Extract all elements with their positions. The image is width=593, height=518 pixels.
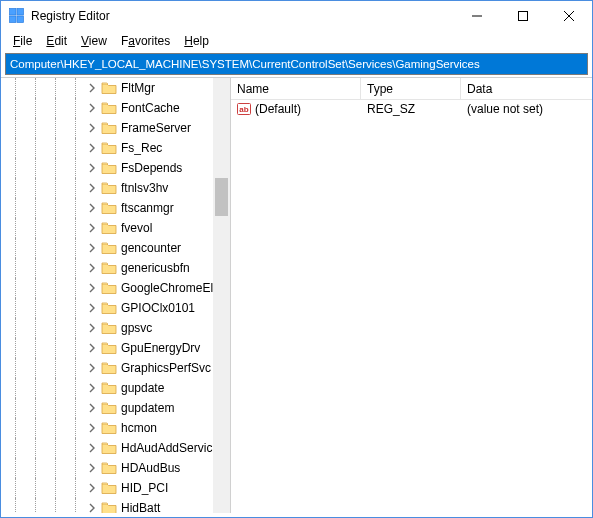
address-text: Computer\HKEY_LOCAL_MACHINE\SYSTEM\Curre… (10, 58, 480, 70)
chevron-right-icon[interactable] (85, 81, 99, 95)
folder-icon (101, 261, 117, 275)
value-data: (value not set) (461, 102, 592, 116)
folder-icon (101, 461, 117, 475)
tree-item[interactable]: Fs_Rec (1, 138, 213, 158)
chevron-right-icon[interactable] (85, 161, 99, 175)
tree-item-label: genericusbfn (121, 261, 190, 275)
tree-item[interactable]: gupdate (1, 378, 213, 398)
tree-item[interactable]: FrameServer (1, 118, 213, 138)
folder-icon (101, 481, 117, 495)
window-frame: Registry Editor FileEditViewFavoritesHel… (0, 0, 593, 518)
tree-item[interactable]: HdAudAddService (1, 438, 213, 458)
folder-icon (101, 241, 117, 255)
menu-help[interactable]: Help (178, 33, 215, 49)
folder-icon (101, 121, 117, 135)
chevron-right-icon[interactable] (85, 501, 99, 513)
svg-rect-0 (10, 9, 17, 16)
address-bar[interactable]: Computer\HKEY_LOCAL_MACHINE\SYSTEM\Curre… (5, 53, 588, 75)
tree-item[interactable]: fvevol (1, 218, 213, 238)
tree-item[interactable]: FltMgr (1, 78, 213, 98)
chevron-right-icon[interactable] (85, 281, 99, 295)
tree-item[interactable]: GpuEnergyDrv (1, 338, 213, 358)
value-row[interactable]: ab(Default)REG_SZ(value not set) (231, 100, 592, 118)
tree-item[interactable]: hcmon (1, 418, 213, 438)
chevron-right-icon[interactable] (85, 221, 99, 235)
chevron-right-icon[interactable] (85, 261, 99, 275)
chevron-right-icon[interactable] (85, 441, 99, 455)
window-title: Registry Editor (31, 9, 110, 23)
tree-item[interactable]: gupdatem (1, 398, 213, 418)
menu-view[interactable]: View (75, 33, 113, 49)
tree-item-label: gupdate (121, 381, 164, 395)
tree-item[interactable]: ftnlsv3hv (1, 178, 213, 198)
title-bar[interactable]: Registry Editor (1, 1, 592, 31)
tree-item[interactable]: GoogleChromeElevationService (1, 278, 213, 298)
menu-favorites[interactable]: Favorites (115, 33, 176, 49)
chevron-right-icon[interactable] (85, 401, 99, 415)
scroll-thumb[interactable] (215, 178, 228, 216)
tree-item[interactable]: HDAudBus (1, 458, 213, 478)
chevron-right-icon[interactable] (85, 421, 99, 435)
window-control-buttons (454, 1, 592, 31)
tree-item-label: FontCache (121, 101, 180, 115)
tree-item[interactable]: FontCache (1, 98, 213, 118)
value-name: (Default) (255, 102, 301, 116)
tree-item-label: GraphicsPerfSvc (121, 361, 211, 375)
chevron-right-icon[interactable] (85, 121, 99, 135)
tree-item[interactable]: gpsvc (1, 318, 213, 338)
tree-pane[interactable]: FltMgrFontCacheFrameServerFs_RecFsDepend… (1, 78, 231, 513)
chevron-right-icon[interactable] (85, 101, 99, 115)
svg-text:ab: ab (239, 105, 248, 114)
menu-edit[interactable]: Edit (40, 33, 73, 49)
tree-item[interactable]: GraphicsPerfSvc (1, 358, 213, 378)
chevron-right-icon[interactable] (85, 321, 99, 335)
tree-item-label: gencounter (121, 241, 181, 255)
tree-item[interactable]: genericusbfn (1, 258, 213, 278)
column-header-type[interactable]: Type (361, 78, 461, 99)
column-header-row: Name Type Data (231, 78, 592, 100)
tree-item-label: HID_PCI (121, 481, 168, 495)
tree-item-label: HdAudAddService (121, 441, 213, 455)
chevron-right-icon[interactable] (85, 241, 99, 255)
chevron-right-icon[interactable] (85, 381, 99, 395)
folder-icon (101, 181, 117, 195)
chevron-right-icon[interactable] (85, 361, 99, 375)
maximize-button[interactable] (500, 1, 546, 31)
tree-item[interactable]: GPIOClx0101 (1, 298, 213, 318)
folder-icon (101, 281, 117, 295)
folder-icon (101, 321, 117, 335)
tree-item-label: hcmon (121, 421, 157, 435)
folder-icon (101, 361, 117, 375)
tree-vertical-scrollbar[interactable] (213, 78, 230, 513)
chevron-right-icon[interactable] (85, 181, 99, 195)
tree-item[interactable]: HidBatt (1, 498, 213, 513)
tree-item[interactable]: FsDepends (1, 158, 213, 178)
folder-icon (101, 421, 117, 435)
tree-item-label: GPIOClx0101 (121, 301, 195, 315)
folder-icon (101, 101, 117, 115)
values-pane[interactable]: Name Type Data ab(Default)REG_SZ(value n… (231, 78, 592, 513)
column-header-data[interactable]: Data (461, 78, 592, 99)
close-button[interactable] (546, 1, 592, 31)
menu-file[interactable]: File (7, 33, 38, 49)
tree-item[interactable]: HID_PCI (1, 478, 213, 498)
chevron-right-icon[interactable] (85, 481, 99, 495)
chevron-right-icon[interactable] (85, 201, 99, 215)
chevron-right-icon[interactable] (85, 141, 99, 155)
folder-icon (101, 301, 117, 315)
tree-item[interactable]: gencounter (1, 238, 213, 258)
menu-bar: FileEditViewFavoritesHelp (1, 31, 592, 51)
svg-rect-2 (10, 16, 17, 23)
minimize-button[interactable] (454, 1, 500, 31)
tree-item-label: Fs_Rec (121, 141, 162, 155)
tree-item-label: gupdatem (121, 401, 174, 415)
chevron-right-icon[interactable] (85, 301, 99, 315)
tree-item-label: HDAudBus (121, 461, 180, 475)
tree-item[interactable]: ftscanmgr (1, 198, 213, 218)
column-header-name[interactable]: Name (231, 78, 361, 99)
folder-icon (101, 221, 117, 235)
chevron-right-icon[interactable] (85, 341, 99, 355)
chevron-right-icon[interactable] (85, 461, 99, 475)
folder-icon (101, 401, 117, 415)
tree-item-label: GpuEnergyDrv (121, 341, 200, 355)
